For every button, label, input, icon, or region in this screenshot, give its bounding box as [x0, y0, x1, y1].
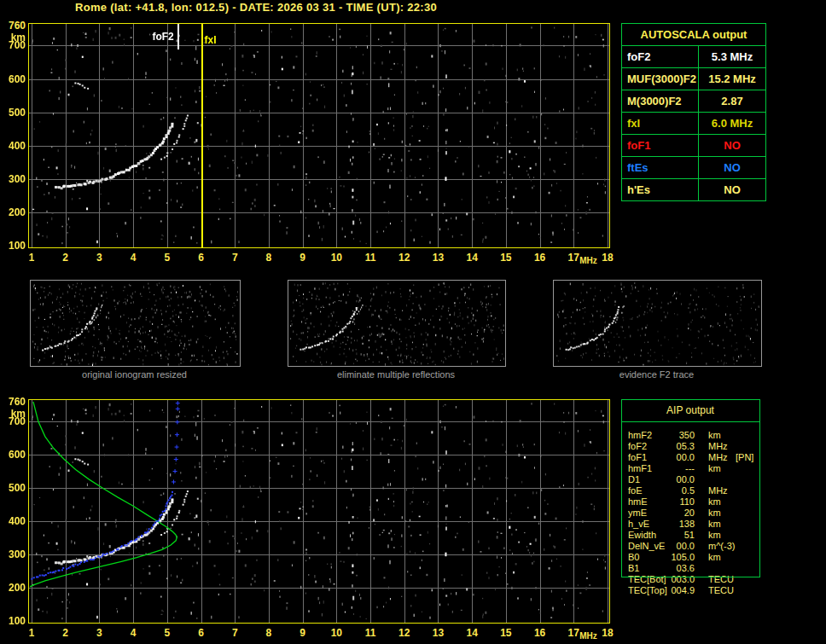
aip-row-unit: km: [708, 508, 721, 518]
x-tick-label: 14: [462, 627, 482, 639]
autoscala-row-m3000f2: M(3000)F22.87: [622, 90, 766, 113]
autoscala-row-value: NO: [699, 135, 766, 157]
aip-row-tecbot: TEC[Bot]003.0TECU: [621, 574, 766, 585]
foF2-marker-label: foF2: [143, 31, 174, 43]
x-tick-label: 13: [428, 627, 448, 639]
x-tick-label: 9: [293, 627, 313, 639]
autoscala-row-ftes: ftEsNO: [622, 157, 766, 179]
thumbnail-caption-original: original ionogram resized: [30, 369, 239, 380]
aip-row-fof2: foF205.3MHz: [621, 441, 766, 452]
aip-row-value: 004.9: [628, 585, 695, 595]
autoscala-row-label: fxI: [622, 113, 699, 135]
ionogram-bottom-canvas: [28, 399, 610, 624]
x-tick-label: 10: [326, 627, 346, 639]
autoscala-row-label: h'Es: [622, 179, 699, 201]
aip-row-value: 138: [628, 519, 695, 529]
y-axis-unit: km: [0, 408, 26, 420]
autoscala-screen: Rome (lat: +41.8, lon: 012.5) - DATE: 20…: [0, 0, 826, 644]
y-tick-label: 760: [0, 396, 26, 408]
aip-row-value: 00.0: [628, 452, 695, 462]
aip-row-b1: B103.6: [621, 563, 766, 574]
aip-row-hme: hmE110km: [621, 496, 766, 508]
x-tick-label: 2: [55, 627, 76, 639]
x-tick-label: 5: [157, 627, 177, 639]
autoscala-row-value: NO: [699, 179, 766, 201]
aip-row-note: [PN]: [736, 452, 753, 462]
autoscala-row-label: foF2: [622, 46, 699, 68]
y-tick-label: 400: [0, 140, 26, 152]
y-tick-label: 200: [0, 582, 26, 594]
aip-row-value: ---: [628, 463, 695, 473]
autoscala-output-table: AUTOSCALA output foF25.3 MHzMUF(3000)F21…: [621, 23, 766, 201]
x-tick-label: 4: [123, 627, 143, 639]
thumbnail-eliminate-reflections: [288, 280, 506, 367]
y-tick-label: 100: [0, 615, 26, 627]
x-axis-unit: MHz: [579, 256, 597, 265]
aip-panel-header: AIP output: [621, 404, 759, 416]
y-tick-label: 100: [0, 240, 26, 252]
aip-row-value: 350: [628, 430, 695, 440]
aip-row-value: 00.0: [628, 474, 695, 484]
thumbnail-caption-evidence: evidence F2 trace: [553, 369, 760, 380]
aip-row-unit: MHz: [708, 441, 728, 451]
thumbnail-original-canvas: [31, 281, 240, 366]
x-tick-label: 16: [530, 252, 550, 264]
autoscala-row-value: 5.3 MHz: [699, 46, 766, 68]
aip-row-hve: h_vE138km: [621, 519, 766, 530]
autoscala-row-label: ftEs: [622, 157, 699, 179]
aip-row-delnve: DelN_vE00.0m^(-3): [621, 541, 766, 552]
aip-row-value: 105.0: [628, 552, 695, 562]
autoscala-row-fof1: foF1NO: [622, 135, 766, 157]
x-tick-label: 2: [55, 252, 76, 264]
x-tick-label: 6: [191, 627, 212, 639]
x-tick-label: 18: [597, 252, 618, 264]
aip-row-b0: B0105.0km: [621, 552, 766, 563]
autoscala-row-label: M(3000)F2: [622, 90, 699, 113]
autoscala-row-hes: h'EsNO: [622, 179, 766, 201]
ionogram-top-canvas: [28, 23, 610, 248]
x-tick-label: 15: [496, 627, 516, 639]
autoscala-row-label: foF1: [622, 135, 699, 157]
x-tick-label: 4: [123, 252, 143, 264]
autoscala-row-value: NO: [699, 157, 766, 179]
aip-row-fof1: foF100.0MHz[PN]: [621, 452, 766, 463]
x-tick-label: 11: [360, 627, 381, 639]
y-tick-label: 200: [0, 206, 26, 218]
aip-row-value: 20: [628, 508, 695, 518]
x-tick-label: 10: [326, 252, 346, 264]
autoscala-row-value: 6.0 MHz: [699, 113, 766, 135]
x-tick-label: 6: [191, 252, 212, 264]
thumbnail-original-ionogram: [30, 280, 241, 367]
y-tick-label: 400: [0, 515, 26, 527]
aip-row-unit: km: [708, 530, 721, 540]
aip-row-unit: MHz: [708, 485, 728, 496]
aip-row-value: 0.5: [628, 485, 695, 496]
x-tick-label: 1: [21, 252, 42, 264]
aip-row-value: 03.6: [628, 563, 695, 573]
aip-row-hmf1: hmF1---km: [621, 463, 766, 474]
aip-row-value: 110: [628, 496, 695, 507]
autoscala-table-header: AUTOSCALA output: [622, 24, 766, 46]
aip-row-tectop: TEC[Top]004.9TECU: [621, 585, 766, 596]
aip-row-yme: ymE20km: [621, 508, 766, 519]
thumbnail-evidence-f2: [553, 280, 762, 367]
aip-row-value: 05.3: [628, 441, 695, 451]
aip-row-unit: TECU: [708, 585, 734, 595]
x-tick-label: 8: [259, 627, 279, 639]
aip-row-unit: MHz: [708, 452, 728, 462]
x-tick-label: 16: [530, 627, 550, 639]
aip-row-hmf2: hmF2350km: [621, 430, 766, 441]
aip-row-d1: D100.0: [621, 474, 766, 485]
x-tick-label: 11: [360, 252, 381, 264]
aip-row-unit: km: [708, 463, 721, 473]
autoscala-row-muf3000f2: MUF(3000)F215.2 MHz: [622, 68, 766, 90]
aip-row-value: 51: [628, 530, 695, 540]
autoscala-row-value: 15.2 MHz: [699, 68, 766, 90]
aip-row-unit: km: [708, 519, 721, 529]
aip-row-unit: m^(-3): [708, 541, 735, 551]
x-tick-label: 7: [224, 627, 245, 639]
y-tick-label: 600: [0, 449, 26, 461]
aip-panel-header-separator: [621, 421, 760, 422]
x-tick-label: 14: [462, 252, 482, 264]
aip-row-unit: km: [708, 552, 721, 562]
